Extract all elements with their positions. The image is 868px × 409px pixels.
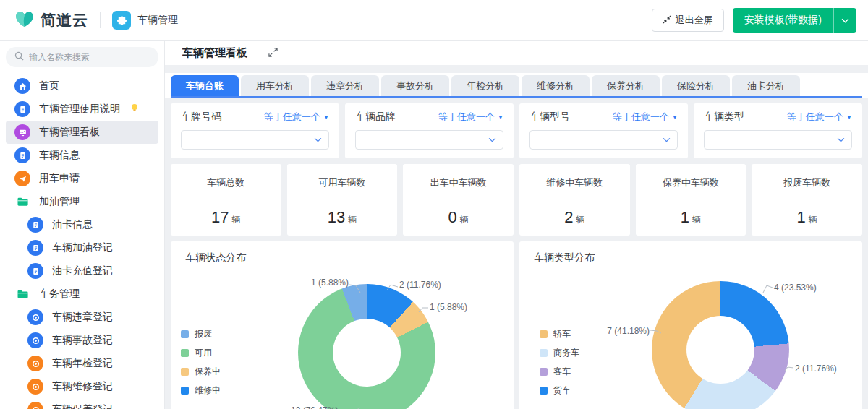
- page-title: 车辆管理看板: [182, 46, 247, 60]
- filter-model: 车辆型号 等于任意一个▼: [519, 103, 688, 158]
- filter-select[interactable]: [355, 130, 503, 150]
- sidebar-item-car-request[interactable]: 用车申请: [6, 167, 158, 190]
- sidebar-item-refuel-record[interactable]: 车辆加油登记: [6, 236, 158, 259]
- sidebar-item-label: 首页: [39, 79, 59, 92]
- target-icon: [27, 379, 43, 395]
- sidebar-item-maintenance-record[interactable]: 车辆保养登记: [6, 398, 158, 409]
- sidebar-item-usage-guide[interactable]: 车辆管理使用说明: [6, 98, 158, 121]
- legend-item[interactable]: 客车: [540, 366, 579, 378]
- tab-usage-analysis[interactable]: 用车分析: [241, 75, 309, 96]
- legend-swatch: [540, 368, 548, 376]
- chart-title: 车辆状态分布: [185, 251, 246, 264]
- tab-violation-analysis[interactable]: 违章分析: [311, 75, 379, 96]
- filter-select[interactable]: [529, 130, 678, 150]
- donut-chart[interactable]: [298, 284, 435, 409]
- legend-item[interactable]: 报废: [181, 328, 221, 340]
- chart-title: 车辆类型分布: [534, 251, 595, 264]
- sidebar-item-repair-record[interactable]: 车辆维修登记: [6, 375, 158, 398]
- sidebar-item-inspection-record[interactable]: 车辆年检登记: [6, 352, 158, 375]
- slice-label-available: 13 (76.47%): [291, 405, 338, 409]
- filter-select[interactable]: [181, 130, 329, 150]
- sidebar-item-fuel-card-recharge[interactable]: 油卡充值登记: [6, 259, 158, 283]
- tab-vehicle-ledger[interactable]: 车辆台账: [171, 75, 239, 96]
- triangle-down-icon: ▼: [498, 114, 503, 121]
- sidebar-item-label: 油卡充值登记: [52, 264, 113, 277]
- jiandaoyun-logo-icon: [14, 10, 35, 31]
- legend-item[interactable]: 保养中: [181, 366, 221, 378]
- exit-fullscreen-icon: [663, 15, 671, 26]
- target-icon: [27, 356, 43, 371]
- sidebar-item-label: 油卡信息: [52, 218, 93, 231]
- document-icon: [27, 263, 43, 279]
- chart-legend: 轿车 商务车 客车 货车: [540, 328, 579, 397]
- app-name: 车辆管理: [137, 14, 178, 27]
- chart-vehicle-status: 车辆状态分布 报废 可用 保养中 维修中: [171, 241, 514, 409]
- install-template-button[interactable]: 安装模板(带数据): [733, 8, 833, 33]
- filter-label: 车牌号码: [181, 111, 221, 124]
- tab-maintenance-analysis[interactable]: 保养分析: [592, 75, 660, 96]
- sidebar-item-fuel-card-info[interactable]: 油卡信息: [6, 213, 158, 236]
- sidebar-item-accident-record[interactable]: 车辆事故登记: [6, 329, 158, 352]
- filter-select[interactable]: [704, 130, 852, 150]
- legend-item[interactable]: 商务车: [540, 347, 579, 359]
- filter-operator-dropdown[interactable]: 等于任意一个▼: [438, 111, 503, 124]
- slice-label-truck: 4 (23.53%): [774, 283, 817, 293]
- sidebar-search[interactable]: [6, 47, 158, 67]
- top-header: 简道云 车辆管理 退出全屏: [0, 0, 868, 41]
- brand-logo[interactable]: 简道云: [14, 10, 88, 31]
- home-icon: [14, 78, 30, 94]
- filter-operator-dropdown[interactable]: 等于任意一个▼: [264, 111, 329, 124]
- filter-plate-number: 车牌号码 等于任意一个▼: [171, 103, 339, 158]
- tab-repair-analysis[interactable]: 维修分析: [522, 75, 590, 96]
- stat-unit: 辆: [692, 215, 701, 225]
- sidebar-item-home[interactable]: 首页: [6, 74, 158, 98]
- filter-operator-dropdown[interactable]: 等于任意一个▼: [613, 111, 678, 124]
- filter-label: 车辆品牌: [355, 111, 396, 124]
- legend-item[interactable]: 货车: [540, 384, 579, 397]
- legend-swatch: [540, 330, 548, 338]
- sidebar-item-label: 车辆保养登记: [52, 403, 113, 409]
- app-entry[interactable]: 车辆管理: [112, 11, 178, 30]
- legend-swatch: [540, 387, 548, 395]
- document-icon: [27, 217, 43, 233]
- legend-item[interactable]: 维修中: [181, 384, 221, 397]
- fullscreen-expand-icon[interactable]: [268, 47, 278, 60]
- search-input[interactable]: [29, 52, 137, 62]
- sidebar-item-violation-record[interactable]: 车辆违章登记: [6, 306, 158, 329]
- tab-accident-analysis[interactable]: 事故分析: [381, 75, 449, 96]
- slice-label-scrapped: 1 (5.88%): [301, 277, 349, 288]
- exit-fullscreen-button[interactable]: 退出全屏: [652, 9, 724, 32]
- stat-scrapped-vehicles: 报废车辆数 1辆: [752, 164, 862, 236]
- sidebar-item-vehicle-info[interactable]: 车辆信息: [6, 144, 158, 167]
- chevron-down-icon: [663, 137, 671, 142]
- target-icon: [27, 402, 43, 409]
- tab-fuel-card-analysis[interactable]: 油卡分析: [732, 75, 800, 96]
- sidebar-item-label: 车辆事故登记: [52, 334, 113, 347]
- tab-inspection-analysis[interactable]: 年检分析: [451, 75, 519, 96]
- filter-operator-dropdown[interactable]: 等于任意一个▼: [787, 111, 852, 124]
- legend-item[interactable]: 轿车: [540, 328, 579, 340]
- install-template-dropdown-button[interactable]: [833, 8, 856, 33]
- sidebar-group-vehicle-affairs[interactable]: 车务管理: [6, 283, 158, 306]
- donut-chart[interactable]: [652, 281, 789, 409]
- tab-insurance-analysis[interactable]: 保险分析: [662, 75, 730, 96]
- legend-item[interactable]: 可用: [181, 347, 221, 359]
- sidebar-item-label: 车辆管理看板: [39, 126, 100, 139]
- sidebar-group-label: 车务管理: [39, 288, 80, 301]
- sidebar-item-dashboard[interactable]: 车辆管理看板: [6, 121, 158, 144]
- slice-label-maintaining: 1 (5.88%): [430, 302, 467, 312]
- slice-label-bus: 2 (11.76%): [795, 363, 837, 374]
- sidebar-group-fuel-management[interactable]: 加油管理: [6, 190, 158, 213]
- stat-value: 1: [797, 208, 806, 226]
- target-icon: [27, 309, 43, 325]
- folder-icon: [14, 286, 30, 302]
- sidebar-group-label: 加油管理: [39, 195, 80, 208]
- chevron-down-icon: [837, 137, 845, 142]
- charts-row: 车辆状态分布 报废 可用 保养中 维修中: [171, 241, 862, 409]
- stat-label: 保养中车辆数: [636, 176, 746, 189]
- folder-icon: [14, 194, 30, 210]
- app-window: 简道云 车辆管理 退出全屏: [0, 0, 868, 409]
- stat-unit: 辆: [576, 215, 584, 225]
- stat-maintaining-vehicles: 保养中车辆数 1辆: [636, 164, 746, 236]
- stat-unit: 辆: [460, 215, 469, 225]
